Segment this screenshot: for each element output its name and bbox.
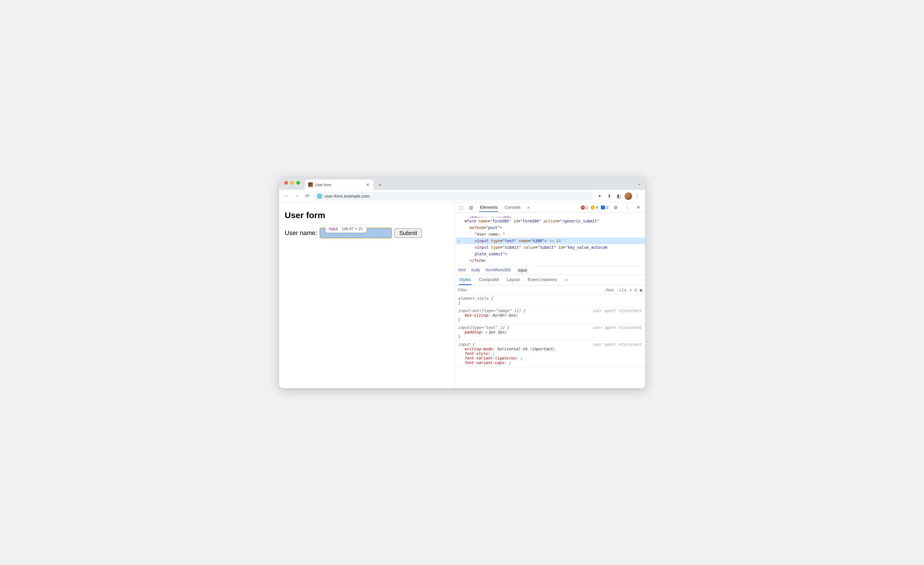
styles-filter-input[interactable] — [455, 285, 602, 295]
devtools-settings-icon[interactable]: ⚙ — [611, 203, 620, 212]
page-viewport: User form input 146.67 × 21 User name: S… — [279, 202, 455, 388]
reload-button[interactable]: ⟳ — [303, 192, 312, 201]
devtools-tabs: Elements Console » — [479, 203, 530, 212]
minimize-window-button[interactable] — [290, 181, 294, 185]
content-area: User form input 146.67 × 21 User name: S… — [279, 202, 645, 388]
devtools-top-right: ✕1 ▲4 2 ⚙ ⋮ ✕ — [581, 203, 643, 212]
dom-text-node: "User name: " — [475, 232, 505, 237]
tab-event-listeners[interactable]: Event Listeners — [527, 275, 558, 285]
crumb-input[interactable]: input — [516, 268, 528, 273]
rule-selector: input:not([type="image" i]) { — [458, 308, 526, 313]
rule-val: ; — [492, 351, 495, 356]
url-text: user-form.example.com — [325, 193, 370, 198]
device-toolbar-icon[interactable]: ▥ — [467, 203, 475, 212]
styles-rules[interactable]: element.style { } input:not([type="image… — [455, 295, 645, 388]
submit-button[interactable]: Submit — [394, 228, 422, 238]
rule-prop: font-variant-ligatures — [464, 356, 516, 360]
rule-val: border-box; — [492, 313, 518, 318]
styles-filter-row: :hov .cls + ⎙ ▣ — [455, 285, 645, 295]
close-tab-button[interactable]: ✕ — [366, 183, 370, 187]
tab-more[interactable]: » — [526, 203, 530, 212]
devtools-top-bar: ⬚ ▥ Elements Console » ✕1 ▲4 2 ⚙ ⋮ ✕ — [455, 202, 645, 213]
address-bar: ← → ⟳ 🌐 user-form.example.com ✦ ⬇ ◧ ⋮ — [279, 190, 645, 202]
warning-count: 4 — [596, 205, 598, 210]
rule-input-not-image: input:not([type="image" i]) {user agent … — [455, 307, 645, 324]
crumb-body[interactable]: body — [471, 268, 480, 273]
rule-source: user agent stylesheet — [593, 308, 642, 313]
inspect-tooltip: input 146.67 × 21 — [326, 225, 367, 233]
rule-prop: box-sizing — [464, 313, 488, 318]
rule-selector: input[type="text" i] { — [458, 325, 509, 330]
new-rule-button[interactable]: + — [630, 288, 632, 292]
rule-close: } — [458, 301, 642, 305]
rule-input: input {user agent stylesheet writing-mod… — [455, 341, 645, 367]
toolbar-right: ✦ ⬇ ◧ ⋮ — [596, 192, 642, 201]
tab-elements[interactable]: Elements — [479, 203, 498, 212]
sidepanel-icon[interactable]: ◧ — [615, 192, 623, 201]
browser-tab[interactable]: User form ✕ — [305, 180, 374, 190]
rule-prop: writing-mode — [464, 346, 492, 351]
fullscreen-window-button[interactable] — [296, 181, 300, 185]
inspect-element-icon[interactable]: ⬚ — [457, 203, 466, 212]
rule-close: } — [458, 318, 642, 322]
warning-badge[interactable]: ▲4 — [591, 205, 598, 210]
rule-val: ; — [508, 360, 511, 365]
rule-val: horizontal-tb !important; — [497, 346, 555, 351]
favicon-icon — [308, 183, 313, 187]
profile-avatar[interactable] — [625, 192, 632, 200]
styles-filter-tools: :hov .cls + ⎙ ▣ — [602, 288, 645, 292]
breadcrumb: html body form#form300 input — [455, 266, 645, 275]
tab-strip: User form ✕ ＋ ⌄ — [279, 177, 645, 190]
window-controls — [284, 181, 300, 185]
rule-selector: element.style { — [458, 296, 493, 301]
close-window-button[interactable] — [284, 181, 288, 185]
styles-tabs: Styles Computed Layout Event Listeners » — [455, 275, 645, 285]
chrome-menu-button[interactable]: ⋮ — [633, 192, 642, 201]
rule-prop: font-style — [464, 351, 488, 356]
form-row: User name: Submit — [285, 228, 449, 238]
devtools-panel: ⬚ ▥ Elements Console » ✕1 ▲4 2 ⚙ ⋮ ✕ <h3… — [455, 202, 645, 388]
omnibox[interactable]: 🌐 user-form.example.com — [314, 192, 594, 201]
site-info-icon[interactable]: 🌐 — [317, 193, 322, 199]
new-tab-button[interactable]: ＋ — [376, 181, 384, 189]
format-icon[interactable]: ⎙ — [634, 288, 637, 292]
tab-layout[interactable]: Layout — [506, 275, 520, 285]
username-label: User name: — [285, 229, 317, 237]
rule-val: 1px 2px; — [488, 330, 507, 334]
downloads-icon[interactable]: ⬇ — [605, 192, 614, 201]
inspect-tooltip-tag: input — [329, 226, 338, 231]
forward-button[interactable]: → — [293, 192, 302, 201]
rule-source: user agent stylesheet — [593, 325, 642, 330]
rule-close: } — [458, 334, 642, 339]
tab-styles[interactable]: Styles — [459, 275, 472, 285]
messages-count: 2 — [606, 205, 608, 210]
extensions-icon[interactable]: ✦ — [596, 192, 604, 201]
inspect-tooltip-size: 146.67 × 21 — [342, 226, 363, 231]
tabs-dropdown-button[interactable]: ⌄ — [638, 181, 641, 186]
rule-selector: input { — [458, 342, 474, 346]
tab-console[interactable]: Console — [504, 203, 521, 212]
dom-selected-node[interactable]: <input type="text" name="n300"> == $0 — [456, 238, 645, 244]
crumb-html[interactable]: html — [458, 268, 466, 273]
back-button[interactable]: ← — [282, 192, 291, 201]
rule-prop: font-variant-caps — [464, 360, 504, 365]
page-heading: User form — [285, 210, 449, 220]
dom-s0-marker: == $0 — [547, 238, 561, 243]
rule-element-style: element.style { } — [455, 295, 645, 307]
devtools-menu-icon[interactable]: ⋮ — [623, 203, 632, 212]
crumb-form[interactable]: form#form300 — [486, 268, 511, 273]
hov-toggle[interactable]: :hov — [604, 288, 614, 292]
rule-val: ; — [520, 356, 522, 360]
tab-styles-more[interactable]: » — [564, 275, 568, 285]
browser-window: User form ✕ ＋ ⌄ ← → ⟳ 🌐 user-form.exampl… — [279, 177, 645, 388]
messages-badge[interactable]: 2 — [601, 205, 608, 210]
error-count: 1 — [586, 205, 588, 210]
dom-tree[interactable]: <h3>User form</h3> ▼<form name="form300"… — [455, 213, 645, 266]
rule-source: user agent stylesheet — [593, 342, 642, 346]
error-badge[interactable]: ✕1 — [581, 205, 588, 210]
toggle-panel-icon[interactable]: ▣ — [640, 288, 642, 292]
cls-toggle[interactable]: .cls — [617, 288, 627, 292]
devtools-close-icon[interactable]: ✕ — [634, 203, 643, 212]
rule-input-text: input[type="text" i] {user agent stylesh… — [455, 324, 645, 341]
tab-computed[interactable]: Computed — [478, 275, 500, 285]
